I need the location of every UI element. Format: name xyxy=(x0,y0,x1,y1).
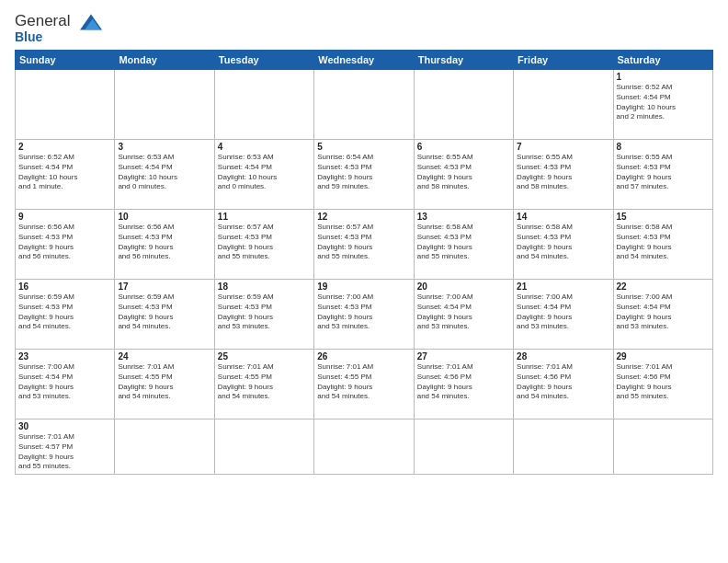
weekday-saturday: Saturday xyxy=(613,51,712,70)
day-number: 17 xyxy=(118,282,210,292)
calendar-cell: 5Sunrise: 6:54 AM Sunset: 4:53 PM Daylig… xyxy=(314,140,414,210)
day-number: 5 xyxy=(317,142,410,152)
calendar-cell: 29Sunrise: 7:01 AM Sunset: 4:56 PM Dayli… xyxy=(613,350,712,419)
day-info: Sunrise: 6:57 AM Sunset: 4:53 PM Dayligh… xyxy=(218,223,311,262)
day-number: 22 xyxy=(617,282,710,292)
day-number: 9 xyxy=(18,212,111,222)
day-info: Sunrise: 6:57 AM Sunset: 4:53 PM Dayligh… xyxy=(317,223,410,262)
day-number: 26 xyxy=(317,351,410,362)
day-info: Sunrise: 6:53 AM Sunset: 4:54 PM Dayligh… xyxy=(118,153,210,192)
day-number: 11 xyxy=(218,212,311,222)
calendar-cell: 23Sunrise: 7:00 AM Sunset: 4:54 PM Dayli… xyxy=(16,350,115,419)
calendar-cell: 2Sunrise: 6:52 AM Sunset: 4:54 PM Daylig… xyxy=(16,140,115,210)
day-info: Sunrise: 7:00 AM Sunset: 4:54 PM Dayligh… xyxy=(417,293,510,332)
day-number: 6 xyxy=(417,142,510,152)
calendar-cell xyxy=(214,419,313,475)
calendar-cell xyxy=(613,419,712,475)
calendar-cell: 24Sunrise: 7:01 AM Sunset: 4:55 PM Dayli… xyxy=(115,350,214,419)
day-number: 12 xyxy=(317,212,410,222)
calendar-cell: 16Sunrise: 6:59 AM Sunset: 4:53 PM Dayli… xyxy=(16,280,115,350)
calendar-cell: 19Sunrise: 7:00 AM Sunset: 4:53 PM Dayli… xyxy=(314,280,414,350)
day-number: 7 xyxy=(517,142,609,152)
calendar-cell: 6Sunrise: 6:55 AM Sunset: 4:53 PM Daylig… xyxy=(414,140,513,210)
calendar-cell: 7Sunrise: 6:55 AM Sunset: 4:53 PM Daylig… xyxy=(514,140,613,210)
calendar-cell: 17Sunrise: 6:59 AM Sunset: 4:53 PM Dayli… xyxy=(115,280,214,350)
day-info: Sunrise: 6:56 AM Sunset: 4:53 PM Dayligh… xyxy=(18,223,111,262)
day-number: 10 xyxy=(118,212,210,222)
day-info: Sunrise: 6:59 AM Sunset: 4:53 PM Dayligh… xyxy=(218,293,311,332)
calendar-cell: 28Sunrise: 7:01 AM Sunset: 4:56 PM Dayli… xyxy=(514,350,613,419)
day-info: Sunrise: 6:58 AM Sunset: 4:53 PM Dayligh… xyxy=(417,223,510,262)
calendar-week-1: 1Sunrise: 6:52 AM Sunset: 4:54 PM Daylig… xyxy=(16,70,713,140)
weekday-wednesday: Wednesday xyxy=(314,51,414,70)
day-info: Sunrise: 6:59 AM Sunset: 4:53 PM Dayligh… xyxy=(118,293,210,332)
day-number: 14 xyxy=(517,212,609,222)
calendar-cell: 27Sunrise: 7:01 AM Sunset: 4:56 PM Dayli… xyxy=(414,350,513,419)
calendar-cell: 11Sunrise: 6:57 AM Sunset: 4:53 PM Dayli… xyxy=(214,210,313,280)
day-info: Sunrise: 6:55 AM Sunset: 4:53 PM Dayligh… xyxy=(617,153,710,192)
day-number: 23 xyxy=(18,351,111,362)
calendar-week-3: 9Sunrise: 6:56 AM Sunset: 4:53 PM Daylig… xyxy=(16,210,713,280)
day-info: Sunrise: 6:59 AM Sunset: 4:53 PM Dayligh… xyxy=(18,293,111,332)
calendar-cell: 25Sunrise: 7:01 AM Sunset: 4:55 PM Dayli… xyxy=(214,350,313,419)
day-number: 21 xyxy=(517,282,609,292)
calendar-cell: 21Sunrise: 7:00 AM Sunset: 4:54 PM Dayli… xyxy=(514,280,613,350)
calendar-cell xyxy=(514,70,613,140)
calendar-week-6: 30Sunrise: 7:01 AM Sunset: 4:57 PM Dayli… xyxy=(16,419,713,475)
day-number: 3 xyxy=(118,142,210,152)
day-info: Sunrise: 6:54 AM Sunset: 4:53 PM Dayligh… xyxy=(317,153,410,192)
day-info: Sunrise: 7:01 AM Sunset: 4:57 PM Dayligh… xyxy=(18,432,111,472)
weekday-sunday: Sunday xyxy=(16,51,115,70)
calendar-cell: 12Sunrise: 6:57 AM Sunset: 4:53 PM Dayli… xyxy=(314,210,414,280)
day-info: Sunrise: 7:01 AM Sunset: 4:55 PM Dayligh… xyxy=(118,362,210,402)
day-number: 8 xyxy=(617,142,710,152)
calendar-cell: 30Sunrise: 7:01 AM Sunset: 4:57 PM Dayli… xyxy=(16,419,115,475)
day-info: Sunrise: 6:58 AM Sunset: 4:53 PM Dayligh… xyxy=(517,223,609,262)
day-info: Sunrise: 6:56 AM Sunset: 4:53 PM Dayligh… xyxy=(118,223,210,262)
calendar-cell xyxy=(115,419,214,475)
day-info: Sunrise: 6:52 AM Sunset: 4:54 PM Dayligh… xyxy=(617,83,710,122)
calendar-cell xyxy=(414,70,513,140)
calendar-cell xyxy=(314,419,414,475)
day-info: Sunrise: 7:00 AM Sunset: 4:54 PM Dayligh… xyxy=(517,293,609,332)
day-info: Sunrise: 6:55 AM Sunset: 4:53 PM Dayligh… xyxy=(517,153,609,192)
day-info: Sunrise: 6:52 AM Sunset: 4:54 PM Dayligh… xyxy=(18,153,111,192)
day-info: Sunrise: 6:53 AM Sunset: 4:54 PM Dayligh… xyxy=(218,153,311,192)
calendar-cell: 8Sunrise: 6:55 AM Sunset: 4:53 PM Daylig… xyxy=(613,140,712,210)
day-number: 2 xyxy=(18,142,111,152)
day-info: Sunrise: 7:00 AM Sunset: 4:53 PM Dayligh… xyxy=(317,293,410,332)
calendar-cell: 13Sunrise: 6:58 AM Sunset: 4:53 PM Dayli… xyxy=(414,210,513,280)
day-number: 30 xyxy=(18,421,111,431)
logo-icon xyxy=(76,11,106,33)
weekday-header-row: SundayMondayTuesdayWednesdayThursdayFrid… xyxy=(16,51,713,70)
day-number: 18 xyxy=(218,282,311,292)
weekday-friday: Friday xyxy=(514,51,613,70)
logo-text: General xyxy=(15,12,70,29)
day-number: 19 xyxy=(317,282,410,292)
calendar-week-2: 2Sunrise: 6:52 AM Sunset: 4:54 PM Daylig… xyxy=(16,140,713,210)
day-info: Sunrise: 7:01 AM Sunset: 4:55 PM Dayligh… xyxy=(317,362,410,402)
calendar-cell xyxy=(414,419,513,475)
calendar-week-4: 16Sunrise: 6:59 AM Sunset: 4:53 PM Dayli… xyxy=(16,280,713,350)
day-number: 27 xyxy=(417,351,510,362)
page-header: General Blue xyxy=(15,11,713,44)
day-info: Sunrise: 7:01 AM Sunset: 4:55 PM Dayligh… xyxy=(218,362,311,402)
day-number: 29 xyxy=(617,351,710,362)
calendar-cell xyxy=(514,419,613,475)
day-info: Sunrise: 7:01 AM Sunset: 4:56 PM Dayligh… xyxy=(617,362,710,402)
day-number: 25 xyxy=(218,351,311,362)
calendar-cell: 9Sunrise: 6:56 AM Sunset: 4:53 PM Daylig… xyxy=(16,210,115,280)
calendar-week-5: 23Sunrise: 7:00 AM Sunset: 4:54 PM Dayli… xyxy=(16,350,713,419)
calendar-cell: 10Sunrise: 6:56 AM Sunset: 4:53 PM Dayli… xyxy=(115,210,214,280)
weekday-monday: Monday xyxy=(115,51,214,70)
calendar-cell: 22Sunrise: 7:00 AM Sunset: 4:54 PM Dayli… xyxy=(613,280,712,350)
day-number: 4 xyxy=(218,142,311,152)
day-number: 20 xyxy=(417,282,510,292)
calendar-cell xyxy=(16,70,115,140)
calendar-cell xyxy=(115,70,214,140)
day-info: Sunrise: 6:58 AM Sunset: 4:53 PM Dayligh… xyxy=(617,223,710,262)
day-info: Sunrise: 7:00 AM Sunset: 4:54 PM Dayligh… xyxy=(617,293,710,332)
day-info: Sunrise: 7:00 AM Sunset: 4:54 PM Dayligh… xyxy=(18,362,111,402)
day-number: 24 xyxy=(118,351,210,362)
calendar-cell: 15Sunrise: 6:58 AM Sunset: 4:53 PM Dayli… xyxy=(613,210,712,280)
